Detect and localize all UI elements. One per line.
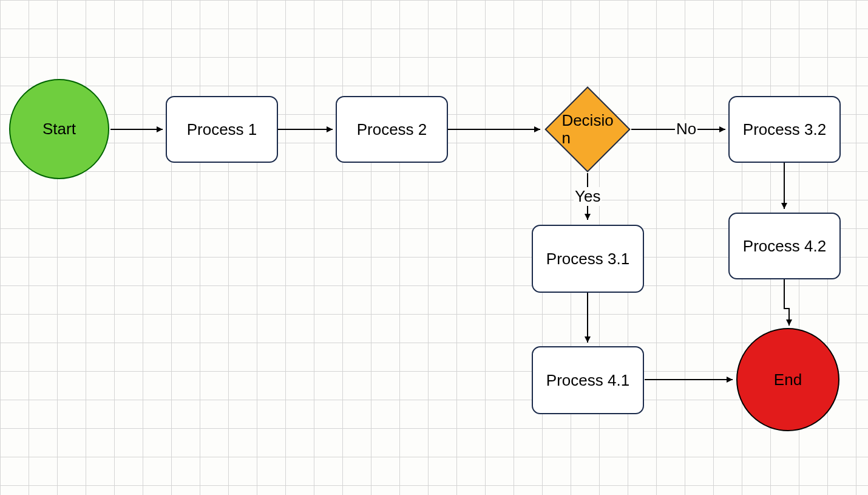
process-1-label: Process 1 bbox=[187, 120, 257, 139]
process-2-node[interactable]: Process 2 bbox=[336, 96, 448, 163]
end-node[interactable]: End bbox=[736, 328, 839, 431]
process-3-2-label: Process 3.2 bbox=[743, 120, 826, 139]
decision-label: Decisio n bbox=[545, 87, 630, 172]
decision-node[interactable]: Decisio n bbox=[545, 87, 630, 172]
process-1-node[interactable]: Process 1 bbox=[166, 96, 278, 163]
edge-label-yes: Yes bbox=[574, 187, 602, 206]
start-label: Start bbox=[42, 120, 76, 138]
process-3-1-node[interactable]: Process 3.1 bbox=[532, 225, 644, 293]
process-2-label: Process 2 bbox=[357, 120, 427, 139]
start-node[interactable]: Start bbox=[9, 79, 109, 179]
process-4-1-node[interactable]: Process 4.1 bbox=[532, 346, 644, 414]
edge-p42-end bbox=[784, 279, 789, 326]
process-4-2-label: Process 4.2 bbox=[743, 237, 826, 256]
process-3-2-node[interactable]: Process 3.2 bbox=[728, 96, 841, 163]
end-label: End bbox=[774, 370, 802, 389]
process-3-1-label: Process 3.1 bbox=[546, 250, 629, 268]
edge-label-no: No bbox=[675, 120, 697, 138]
process-4-1-label: Process 4.1 bbox=[546, 371, 629, 390]
process-4-2-node[interactable]: Process 4.2 bbox=[728, 213, 841, 279]
